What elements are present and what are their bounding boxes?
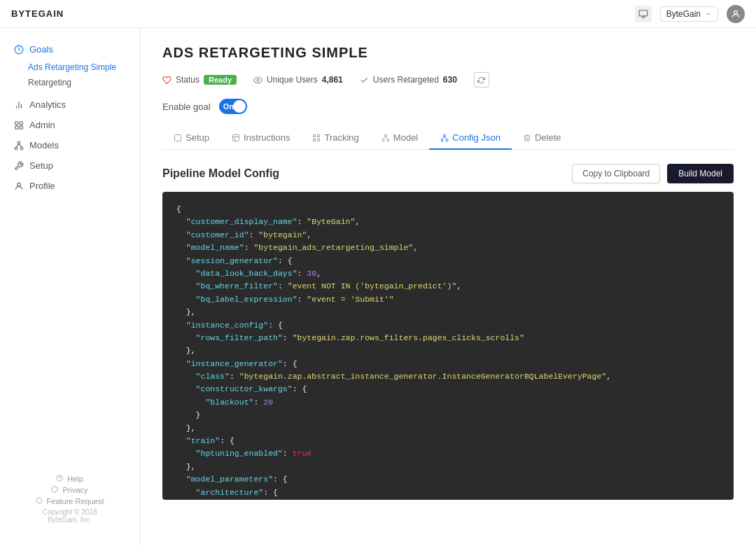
svg-line-29 [386, 136, 388, 139]
sidebar-footer: Help Privacy Feature Request Copyright ©… [0, 463, 139, 535]
status-label: Status [176, 75, 200, 85]
svg-point-32 [446, 139, 448, 141]
topnav-right: ByteGain [635, 5, 745, 23]
svg-rect-24 [318, 139, 320, 141]
chevron-down-icon [705, 10, 712, 18]
tab-config-json[interactable]: Config Json [429, 127, 512, 150]
main-content: ADS RETARGETING SIMPLE Status Ready Uniq… [140, 28, 756, 546]
status-bar: Status Ready Unique Users 4,861 Users Re… [162, 72, 734, 88]
page-title: ADS RETARGETING SIMPLE [162, 45, 734, 61]
feature-request-link[interactable]: Feature Request [14, 497, 125, 505]
sidebar-item-goals[interactable]: Goals [0, 39, 139, 59]
app-logo: BYTEGAIN [11, 8, 64, 19]
svg-rect-23 [318, 134, 320, 136]
check-icon [360, 76, 369, 85]
monitor-icon[interactable] [635, 6, 652, 22]
sidebar-item-profile[interactable]: Profile [0, 176, 139, 196]
app-body: Goals Ads Retargeting Simple Retargeting… [0, 28, 756, 546]
goals-icon [14, 45, 24, 55]
tab-tracking[interactable]: Tracking [301, 127, 370, 150]
svg-line-34 [444, 136, 447, 139]
svg-point-26 [382, 139, 384, 141]
setup-icon [14, 161, 24, 171]
svg-line-10 [16, 144, 19, 147]
sidebar: Goals Ads Retargeting Simple Retargeting… [0, 28, 140, 546]
svg-point-16 [257, 78, 259, 80]
svg-point-15 [36, 498, 41, 503]
config-title: Pipeline Model Config [162, 167, 279, 180]
tab-delete[interactable]: Delete [512, 127, 573, 150]
setup-tab-icon [174, 134, 182, 142]
svg-rect-17 [175, 134, 181, 141]
privacy-link[interactable]: Privacy [14, 486, 125, 494]
sidebar-item-models[interactable]: Models [0, 135, 139, 155]
svg-line-11 [19, 144, 22, 147]
eye-icon [253, 76, 262, 85]
tabs-bar: Setup Instructions Tracking Model [162, 127, 734, 150]
tab-model[interactable]: Model [370, 127, 429, 150]
svg-point-31 [441, 139, 443, 141]
sidebar-sub-goals: Ads Retargeting Simple Retargeting [0, 59, 139, 90]
sidebar-item-admin[interactable]: Admin [0, 115, 139, 135]
refresh-button[interactable] [474, 72, 489, 88]
avatar[interactable] [727, 5, 745, 23]
users-retargeted-value: 630 [443, 75, 457, 85]
code-block: { "customer_display_name": "ByteGain", "… [162, 192, 734, 500]
admin-icon [14, 120, 24, 130]
copyright-text: Copyright © 2018 ByteGain, Inc. [14, 508, 125, 524]
svg-point-9 [20, 147, 23, 150]
status-badge: Ready [204, 75, 237, 85]
svg-point-14 [52, 486, 57, 492]
svg-point-8 [15, 147, 18, 150]
tab-instructions[interactable]: Instructions [220, 127, 301, 150]
svg-rect-6 [20, 126, 22, 129]
sidebar-item-analytics-label: Analytics [29, 99, 66, 110]
heart-icon [162, 76, 172, 85]
sidebar-item-analytics[interactable]: Analytics [0, 94, 139, 115]
unique-users-value: 4,861 [322, 75, 343, 85]
svg-rect-18 [232, 134, 239, 141]
svg-point-30 [444, 134, 446, 136]
toggle-thumb [233, 100, 246, 113]
users-retargeted-item: Users Retargeted 630 [360, 75, 457, 85]
svg-point-1 [734, 10, 738, 14]
tab-setup[interactable]: Setup [162, 127, 220, 150]
config-tab-icon [440, 134, 449, 142]
svg-rect-3 [15, 121, 18, 124]
config-actions: Copy to Clipboard Build Model [572, 164, 734, 183]
analytics-icon [14, 100, 24, 110]
top-navigation: BYTEGAIN ByteGain [0, 0, 756, 28]
model-tab-icon [382, 134, 390, 142]
enable-goal-label: Enable goal [162, 102, 211, 112]
sidebar-goals-section: Goals Ads Retargeting Simple Retargeting [0, 39, 139, 90]
profile-icon [14, 181, 24, 191]
svg-point-7 [18, 141, 20, 144]
instructions-tab-icon [232, 134, 240, 142]
status-item: Status Ready [162, 75, 237, 85]
sidebar-item-goals-label: Goals [29, 44, 53, 55]
models-icon [14, 141, 24, 150]
user-menu-button[interactable]: ByteGain [660, 6, 718, 22]
svg-rect-21 [314, 134, 316, 136]
svg-line-28 [383, 136, 386, 139]
svg-point-27 [387, 139, 389, 141]
sidebar-item-setup[interactable]: Setup [0, 155, 139, 176]
svg-point-12 [18, 183, 21, 186]
enable-goal-row: Enable goal On [162, 99, 734, 114]
enable-goal-toggle[interactable]: On [219, 99, 247, 114]
svg-rect-4 [20, 121, 22, 124]
sidebar-sub-ads-retargeting-simple[interactable]: Ads Retargeting Simple [28, 59, 139, 75]
sidebar-sub-retargeting[interactable]: Retargeting [28, 75, 139, 90]
unique-users-label: Unique Users [267, 75, 318, 85]
svg-rect-0 [639, 10, 648, 15]
user-label: ByteGain [666, 9, 701, 19]
build-model-button[interactable]: Build Model [667, 164, 734, 183]
copy-to-clipboard-button[interactable]: Copy to Clipboard [572, 164, 660, 183]
unique-users-item: Unique Users 4,861 [253, 75, 343, 85]
svg-point-25 [384, 134, 386, 136]
help-link[interactable]: Help [14, 475, 125, 483]
sidebar-item-profile-label: Profile [29, 181, 55, 191]
svg-rect-22 [314, 139, 316, 141]
sidebar-item-setup-label: Setup [29, 160, 53, 171]
sidebar-item-admin-label: Admin [29, 120, 55, 130]
